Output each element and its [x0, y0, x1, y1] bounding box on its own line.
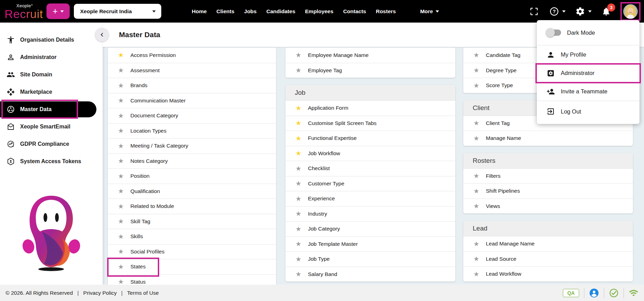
star-icon[interactable]: ★	[295, 241, 302, 247]
master-data-item-shift-pipelines[interactable]: ★Shift Pipelines	[463, 183, 633, 199]
sidebar-item-site-domain[interactable]: Site Domain	[0, 66, 103, 83]
star-icon[interactable]: ★	[473, 120, 480, 126]
star-icon[interactable]: ★	[117, 82, 124, 89]
master-data-item-functional-expertise[interactable]: ★Functional Expertise	[285, 131, 455, 146]
star-icon[interactable]: ★	[295, 165, 302, 172]
star-icon[interactable]: ★	[473, 203, 480, 209]
master-data-item-job-type[interactable]: ★Job Type	[285, 251, 455, 267]
star-icon[interactable]: ★	[117, 97, 124, 104]
star-icon[interactable]: ★	[117, 218, 124, 225]
sidebar-item-system-access-tokens[interactable]: System Access Tokens	[0, 153, 103, 170]
star-icon[interactable]: ★	[473, 188, 480, 194]
master-data-item-brands[interactable]: ★Brands	[108, 78, 276, 93]
star-icon[interactable]: ★	[117, 143, 124, 149]
star-icon[interactable]: ★	[117, 173, 124, 179]
master-data-item-job-workflow[interactable]: ★Job Workflow	[285, 146, 455, 161]
star-icon[interactable]: ★	[295, 52, 302, 58]
app-logo[interactable]: Xeople° Recruit	[0, 3, 46, 19]
master-data-item-skills[interactable]: ★Skills	[108, 229, 276, 244]
menu-item-log-out[interactable]: Log Out	[537, 101, 639, 122]
master-data-item-experience[interactable]: ★Experience	[285, 191, 455, 206]
master-data-item-employee-manage-name[interactable]: ★Employee Manage Name	[285, 48, 455, 63]
star-icon[interactable]: ★	[117, 127, 124, 134]
nav-link-rosters[interactable]: Rosters	[376, 8, 396, 15]
star-icon[interactable]: ★	[295, 256, 302, 262]
master-data-item-related-to-module[interactable]: ★Related to Module	[108, 199, 276, 214]
nav-link-clients[interactable]: Clients	[216, 8, 234, 15]
star-icon[interactable]: ★	[117, 248, 124, 255]
master-data-item-lead-source[interactable]: ★Lead Source	[463, 251, 633, 267]
star-icon[interactable]: ★	[473, 135, 480, 142]
star-icon[interactable]: ★	[295, 226, 302, 232]
master-data-item-social-profiles[interactable]: ★Social Profiles	[108, 244, 276, 259]
master-data-item-salary-band[interactable]: ★Salary Band	[285, 267, 455, 282]
master-data-item-notes-category[interactable]: ★Notes Category	[108, 153, 276, 169]
master-data-item-lead-manage-name[interactable]: ★Lead Manage Name	[463, 236, 633, 251]
nav-more-menu[interactable]: More	[420, 8, 439, 15]
star-icon[interactable]: ★	[473, 82, 480, 89]
menu-item-my-profile[interactable]: My Profile	[537, 45, 639, 64]
star-icon[interactable]: ★	[295, 210, 302, 217]
org-selector[interactable]: Xeople Recruit India	[74, 4, 161, 19]
sidebar-item-xeople-smartemail[interactable]: Xeople SmartEmail	[0, 118, 103, 135]
star-icon[interactable]: ★	[117, 264, 124, 270]
master-data-item-customer-type[interactable]: ★Customer Type	[285, 176, 455, 191]
master-data-item-status[interactable]: ★Status	[108, 274, 276, 285]
star-icon[interactable]: ★	[117, 203, 124, 210]
star-icon[interactable]: ★	[295, 135, 302, 142]
star-icon[interactable]: ★	[473, 173, 480, 179]
master-data-item-filters[interactable]: ★Filters	[463, 168, 633, 184]
help-menu[interactable]: ?	[549, 7, 566, 16]
star-icon[interactable]: ★	[295, 271, 302, 277]
notifications-button[interactable]: 3	[601, 7, 611, 16]
star-icon[interactable]: ★	[117, 158, 124, 164]
privacy-policy-link[interactable]: Privacy Policy	[83, 290, 117, 296]
star-icon[interactable]: ★	[473, 52, 480, 58]
master-data-item-manage-name[interactable]: ★Manage Name	[463, 131, 633, 146]
master-data-item-employee-tag[interactable]: ★Employee Tag	[285, 63, 455, 78]
dark-mode-switch[interactable]	[547, 30, 561, 36]
menu-item-dark-mode[interactable]: Dark Mode	[537, 20, 639, 45]
user-avatar[interactable]	[620, 2, 641, 21]
master-data-item-document-category[interactable]: ★Document Category	[108, 108, 276, 123]
star-icon[interactable]: ★	[295, 67, 302, 74]
star-icon[interactable]: ★	[473, 67, 480, 74]
master-data-item-meeting-task-category[interactable]: ★Meeting / Task Category	[108, 138, 276, 153]
master-data-item-access-permission[interactable]: ★Access Permission	[108, 48, 276, 63]
master-data-item-location-types[interactable]: ★Location Types	[108, 123, 276, 139]
nav-link-contacts[interactable]: Contacts	[343, 8, 366, 15]
master-data-item-states[interactable]: ★States	[108, 259, 276, 274]
create-new-button[interactable]: +	[46, 3, 70, 19]
back-button[interactable]	[95, 28, 109, 42]
master-data-item-customise-split-screen-tabs[interactable]: ★Customise Split Screen Tabs	[285, 116, 455, 131]
master-data-item-job-category[interactable]: ★Job Category	[285, 221, 455, 236]
star-icon[interactable]: ★	[473, 241, 480, 247]
star-icon[interactable]: ★	[295, 180, 302, 187]
star-icon[interactable]: ★	[473, 256, 480, 262]
sidebar-item-administrator[interactable]: Administrator	[0, 49, 103, 66]
qa-environment-badge[interactable]: QA	[563, 289, 579, 297]
star-icon[interactable]: ★	[117, 188, 124, 194]
star-icon[interactable]: ★	[295, 150, 302, 157]
master-data-item-skill-tag[interactable]: ★Skill Tag	[108, 214, 276, 229]
fullscreen-icon[interactable]	[529, 7, 539, 16]
menu-item-administrator[interactable]: Administrator	[537, 64, 639, 82]
master-data-item-qualification[interactable]: ★Qualification	[108, 184, 276, 199]
star-icon[interactable]: ★	[117, 52, 124, 58]
star-icon[interactable]: ★	[295, 105, 302, 111]
star-icon[interactable]: ★	[117, 233, 124, 240]
master-data-item-lead-workflow[interactable]: ★Lead Workflow	[463, 266, 633, 282]
master-data-item-industry[interactable]: ★Industry	[285, 206, 455, 221]
terms-of-use-link[interactable]: Terms of Use	[127, 290, 159, 296]
sidebar-item-marketplace[interactable]: Marketplace	[0, 83, 103, 101]
sidebar-item-master-data[interactable]: Master Data	[0, 101, 96, 117]
master-data-item-checklist[interactable]: ★Checklist	[285, 161, 455, 176]
settings-menu[interactable]	[575, 7, 592, 16]
nav-link-candidates[interactable]: Candidates	[266, 8, 295, 15]
sidebar-item-organisation-details[interactable]: Organisation Details	[0, 31, 103, 49]
master-data-item-application-form[interactable]: ★Application Form	[285, 100, 455, 116]
star-icon[interactable]: ★	[117, 67, 124, 74]
star-icon[interactable]: ★	[117, 278, 124, 285]
sidebar-item-gdpr-compliance[interactable]: GDPR Compliance	[0, 135, 103, 153]
star-icon[interactable]: ★	[117, 112, 124, 119]
